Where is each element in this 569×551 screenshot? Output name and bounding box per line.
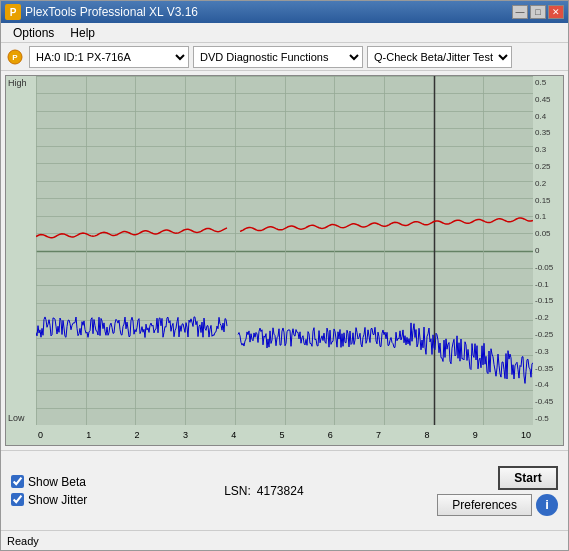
start-button[interactable]: Start (498, 466, 558, 490)
buttons-area: Start Preferences i (437, 466, 558, 516)
chart-canvas (36, 76, 533, 425)
lsn-area: LSN: 4173824 (224, 484, 437, 498)
checkboxes-area: Show Beta Show Jitter (11, 475, 224, 507)
preferences-button[interactable]: Preferences (437, 494, 532, 516)
btn-row: Preferences i (437, 494, 558, 516)
title-buttons: — □ ✕ (512, 5, 564, 19)
low-label: Low (8, 413, 25, 423)
menu-options[interactable]: Options (5, 24, 62, 42)
show-beta-checkbox[interactable] (11, 475, 24, 488)
bottom-panel: Show Beta Show Jitter LSN: 4173824 Start… (1, 450, 568, 530)
function-select[interactable]: DVD Diagnostic Functions (193, 46, 363, 68)
high-label: High (8, 78, 27, 88)
show-beta-label: Show Beta (28, 475, 86, 489)
status-bar: Ready (1, 530, 568, 550)
title-bar: P PlexTools Professional XL V3.16 — □ ✕ (1, 1, 568, 23)
info-button[interactable]: i (536, 494, 558, 516)
device-status-icon: P (5, 47, 25, 67)
menu-help[interactable]: Help (62, 24, 103, 42)
toolbar: P HA:0 ID:1 PX-716A DVD Diagnostic Funct… (1, 43, 568, 71)
chart-plot (36, 76, 533, 425)
lsn-label: LSN: (224, 484, 251, 498)
show-jitter-label: Show Jitter (28, 493, 87, 507)
window-title: PlexTools Professional XL V3.16 (25, 5, 512, 19)
device-select[interactable]: HA:0 ID:1 PX-716A (29, 46, 189, 68)
x-axis: 0 1 2 3 4 5 6 7 8 9 10 (36, 425, 533, 445)
y-axis-right: 0.5 0.45 0.4 0.35 0.3 0.25 0.2 0.15 0.1 … (533, 76, 563, 425)
lsn-value: 4173824 (257, 484, 304, 498)
show-beta-item: Show Beta (11, 475, 224, 489)
show-jitter-checkbox[interactable] (11, 493, 24, 506)
maximize-button[interactable]: □ (530, 5, 546, 19)
minimize-button[interactable]: — (512, 5, 528, 19)
svg-text:P: P (12, 53, 18, 62)
chart-container: High Low 0.5 0.45 0.4 0.35 0.3 0.25 0.2 … (5, 75, 564, 446)
main-window: P PlexTools Professional XL V3.16 — □ ✕ … (0, 0, 569, 551)
status-text: Ready (7, 535, 39, 547)
app-icon: P (5, 4, 21, 20)
menu-bar: Options Help (1, 23, 568, 43)
show-jitter-item: Show Jitter (11, 493, 224, 507)
close-button[interactable]: ✕ (548, 5, 564, 19)
test-select[interactable]: Q-Check Beta/Jitter Test (367, 46, 512, 68)
